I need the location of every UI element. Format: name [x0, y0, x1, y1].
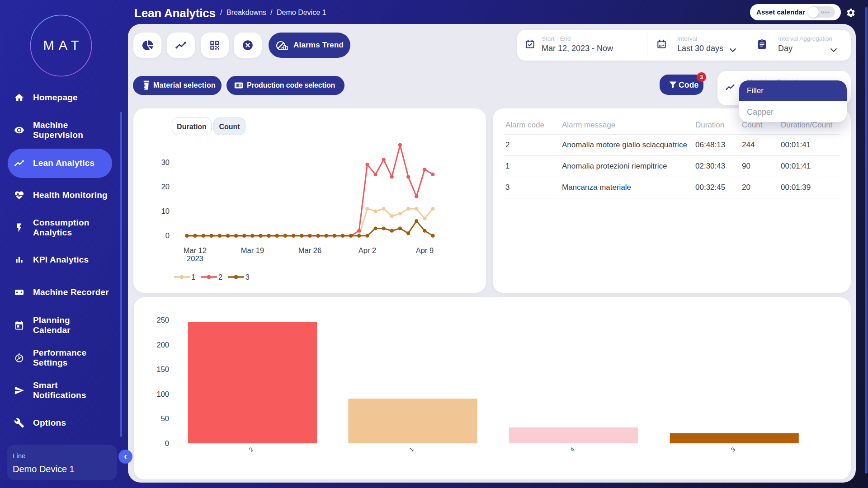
svg-text:4: 4	[569, 446, 576, 453]
svg-text:150: 150	[156, 365, 169, 373]
svg-text:2: 2	[218, 273, 222, 281]
svg-text:Apr 2: Apr 2	[359, 246, 376, 254]
svg-text:100: 100	[156, 390, 169, 398]
svg-text:250: 250	[156, 316, 169, 324]
svg-text:10: 10	[161, 207, 170, 215]
svg-text:Mar 12: Mar 12	[184, 246, 207, 254]
svg-text:200: 200	[156, 341, 169, 349]
svg-text:20: 20	[161, 183, 170, 191]
svg-text:30: 30	[161, 158, 170, 166]
svg-text:0: 0	[165, 439, 169, 447]
svg-text:1: 1	[408, 446, 415, 453]
svg-text:Mar 19: Mar 19	[241, 246, 264, 254]
svg-text:Apr 9: Apr 9	[416, 246, 434, 254]
svg-text:50: 50	[161, 414, 169, 422]
svg-text:0: 0	[165, 231, 170, 239]
svg-text:2023: 2023	[187, 254, 203, 263]
svg-text:1: 1	[191, 273, 195, 281]
svg-text:3: 3	[729, 446, 736, 453]
svg-text:Mar 26: Mar 26	[298, 246, 321, 254]
svg-text:2: 2	[247, 446, 255, 453]
svg-text:3: 3	[245, 273, 250, 281]
